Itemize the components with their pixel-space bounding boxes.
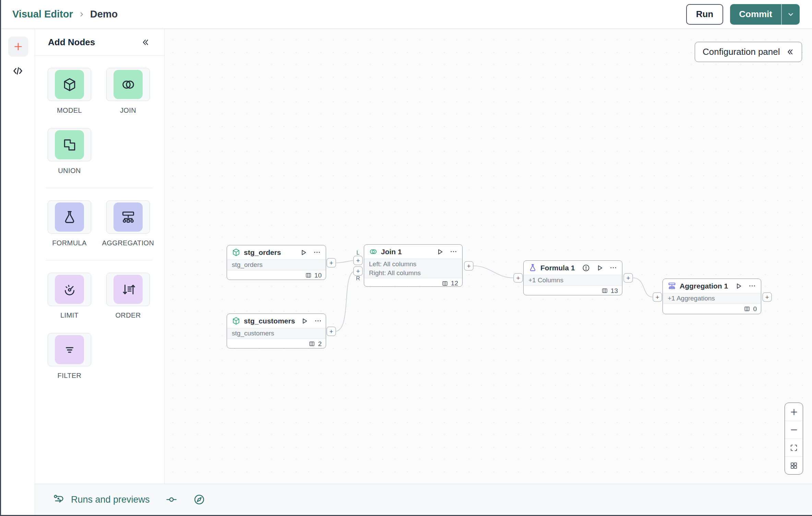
node-menu-button[interactable] — [748, 282, 756, 290]
panel-divider — [46, 188, 152, 188]
node-title: stg_orders — [244, 248, 294, 257]
node-tile-limit-wrap: LIMIT — [48, 273, 91, 319]
panel-divider — [46, 260, 152, 260]
node-tile-filter-wrap: FILTER — [48, 333, 91, 380]
join-circles-icon — [369, 247, 378, 256]
node-tile-join-wrap: JOIN — [106, 68, 150, 114]
configuration-panel-label: Configuration panel — [703, 47, 780, 57]
cube-icon — [232, 317, 240, 325]
add-nodes-button[interactable] — [8, 37, 28, 57]
port-aggregation-input[interactable]: + — [653, 293, 662, 302]
node-body-line: stg_orders — [232, 260, 321, 269]
double-chevron-left-icon — [141, 38, 150, 47]
breadcrumb-visual-editor[interactable]: Visual Editor — [12, 9, 73, 20]
node-join-1[interactable]: Join 1 Left: All columns Right: All colu… — [364, 244, 463, 287]
edge-formula-to-aggregation — [633, 278, 653, 297]
commit-button[interactable]: Commit — [730, 4, 781, 25]
node-body: stg_customers — [227, 328, 326, 339]
port-stg-customers-output[interactable]: + — [327, 327, 336, 336]
node-tile-label: UNION — [58, 167, 81, 175]
edge-join-to-formula — [474, 266, 513, 278]
left-rail — [1, 29, 35, 515]
node-tile-union[interactable] — [48, 128, 91, 161]
filter-lines-icon — [55, 335, 84, 364]
zoom-in-button[interactable] — [785, 403, 803, 421]
layout-grid-button[interactable] — [785, 456, 803, 474]
node-body: Left: All columns Right: All columns — [364, 259, 462, 278]
node-aggregation-1[interactable]: Aggregation 1 +1 Aggregations 0 — [662, 279, 761, 314]
port-stg-orders-output[interactable]: + — [327, 258, 336, 268]
commit-dropdown-button[interactable] — [782, 4, 800, 25]
git-commit-button[interactable] — [165, 493, 178, 506]
pipeline-canvas[interactable]: Configuration panel stg_orders stg_order… — [165, 29, 812, 485]
runs-and-previews-label: Runs and previews — [71, 494, 150, 505]
port-formula-input[interactable]: + — [514, 273, 523, 283]
node-tile-join[interactable] — [106, 68, 150, 101]
columns-icon — [601, 287, 608, 294]
play-node-button[interactable] — [596, 264, 604, 272]
node-tile-label: AGGREGATION — [102, 239, 154, 247]
runs-and-previews-toggle[interactable]: Runs and previews — [53, 493, 150, 506]
play-node-button[interactable] — [300, 317, 309, 325]
top-header: Visual Editor Demo Run Commit — [1, 0, 812, 29]
node-footer: 12 — [364, 278, 462, 287]
zoom-out-button[interactable] — [785, 421, 803, 439]
node-menu-button[interactable] — [314, 317, 322, 325]
node-tile-union-wrap: UNION — [48, 128, 91, 175]
node-header: Aggregation 1 — [663, 279, 761, 293]
node-title: Join 1 — [381, 248, 430, 256]
columns-icon — [305, 272, 312, 279]
node-footer: 0 — [663, 304, 761, 314]
node-tile-label: FILTER — [58, 372, 82, 380]
play-icon — [436, 248, 444, 256]
node-tile-order[interactable] — [106, 273, 150, 306]
node-menu-button[interactable] — [609, 264, 617, 272]
node-menu-button[interactable] — [450, 248, 457, 256]
node-header: Join 1 — [364, 245, 462, 259]
cube-icon — [55, 70, 84, 99]
runs-route-icon — [53, 493, 66, 506]
code-view-button[interactable] — [10, 63, 25, 78]
node-tile-group-filters: LIMIT ORDER FILTER — [35, 273, 164, 380]
node-tile-order-wrap: ORDER — [106, 273, 150, 319]
configuration-panel-button[interactable]: Configuration panel — [695, 42, 802, 62]
node-formula-1[interactable]: Formula 1 +1 Columns 13 — [523, 260, 622, 295]
node-menu-button[interactable] — [313, 248, 321, 256]
flask-icon — [55, 202, 84, 232]
port-join-left-input[interactable]: + — [354, 256, 363, 265]
node-stg-orders[interactable]: stg_orders stg_orders 10 — [227, 245, 326, 280]
grid-icon — [789, 461, 798, 470]
play-node-button[interactable] — [735, 282, 743, 290]
port-label-left: L — [357, 250, 360, 256]
commit-split-button: Commit — [730, 4, 800, 25]
port-aggregation-output[interactable]: + — [763, 293, 772, 302]
fit-screen-icon — [789, 443, 798, 452]
node-tile-label: JOIN — [120, 107, 136, 114]
node-tile-limit[interactable] — [48, 273, 91, 306]
node-tile-model[interactable] — [48, 68, 91, 101]
node-body-line: Left: All columns — [369, 260, 457, 269]
node-title: stg_customers — [244, 317, 295, 325]
run-button[interactable]: Run — [686, 4, 724, 25]
ellipsis-icon — [450, 248, 457, 256]
node-footer: 10 — [227, 270, 326, 280]
node-tile-filter[interactable] — [48, 333, 91, 366]
node-header: Formula 1 — [524, 261, 622, 275]
collapse-panel-button[interactable] — [141, 38, 150, 47]
column-count: 10 — [314, 272, 322, 279]
port-formula-output[interactable]: + — [624, 273, 633, 283]
play-node-button[interactable] — [299, 248, 308, 257]
edge-customers-to-join-right — [336, 272, 353, 331]
fit-view-button[interactable] — [785, 439, 803, 456]
node-tile-aggregation[interactable] — [106, 200, 150, 234]
node-tile-group-transforms: FORMULA AGGREGATION — [35, 200, 164, 247]
port-join-output[interactable]: + — [464, 261, 474, 271]
node-tile-label: LIMIT — [60, 311, 79, 319]
compass-button[interactable] — [193, 493, 205, 506]
port-join-right-input[interactable]: + — [354, 267, 363, 276]
play-node-button[interactable] — [436, 248, 444, 256]
node-tile-label: ORDER — [115, 311, 141, 319]
node-tile-formula[interactable] — [48, 200, 91, 234]
breadcrumb: Visual Editor Demo — [12, 9, 118, 20]
node-stg-customers[interactable]: stg_customers stg_customers 2 — [227, 314, 326, 348]
